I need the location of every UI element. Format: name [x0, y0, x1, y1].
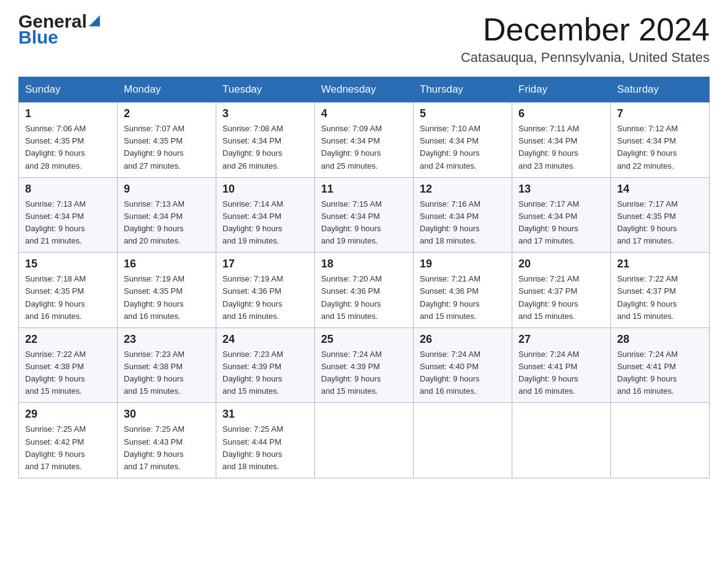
calendar-cell: 10Sunrise: 7:14 AMSunset: 4:34 PMDayligh…	[216, 177, 315, 253]
title-area: December 2024 Catasauqua, Pennsylvania, …	[461, 12, 710, 66]
calendar-cell: 11Sunrise: 7:15 AMSunset: 4:34 PMDayligh…	[315, 177, 414, 253]
day-number: 25	[321, 333, 407, 346]
calendar-header-row: SundayMondayTuesdayWednesdayThursdayFrid…	[19, 77, 710, 102]
day-detail: Sunrise: 7:09 AMSunset: 4:34 PMDaylight:…	[321, 123, 407, 172]
day-detail: Sunrise: 7:12 AMSunset: 4:34 PMDaylight:…	[617, 123, 703, 172]
calendar-cell: 30Sunrise: 7:25 AMSunset: 4:43 PMDayligh…	[118, 403, 216, 478]
day-detail: Sunrise: 7:14 AMSunset: 4:34 PMDaylight:…	[222, 198, 308, 248]
day-number: 11	[321, 183, 407, 196]
calendar-cell: 27Sunrise: 7:24 AMSunset: 4:41 PMDayligh…	[512, 327, 611, 403]
day-detail: Sunrise: 7:08 AMSunset: 4:34 PMDaylight:…	[222, 123, 308, 172]
calendar-cell: 7Sunrise: 7:12 AMSunset: 4:34 PMDaylight…	[611, 102, 710, 178]
day-detail: Sunrise: 7:19 AMSunset: 4:35 PMDaylight:…	[124, 273, 210, 323]
day-detail: Sunrise: 7:07 AMSunset: 4:35 PMDaylight:…	[124, 123, 210, 172]
calendar-cell	[611, 403, 710, 478]
day-number: 13	[518, 183, 604, 196]
day-detail: Sunrise: 7:16 AMSunset: 4:34 PMDaylight:…	[420, 198, 506, 248]
calendar-week-2: 8Sunrise: 7:13 AMSunset: 4:34 PMDaylight…	[19, 177, 710, 253]
calendar-cell: 26Sunrise: 7:24 AMSunset: 4:40 PMDayligh…	[414, 327, 512, 403]
logo: General Blue	[18, 12, 100, 47]
day-number: 15	[25, 258, 111, 270]
col-header-sunday: Sunday	[19, 77, 118, 102]
calendar-cell: 2Sunrise: 7:07 AMSunset: 4:35 PMDaylight…	[118, 102, 216, 178]
day-detail: Sunrise: 7:24 AMSunset: 4:40 PMDaylight:…	[420, 348, 506, 398]
calendar-cell: 25Sunrise: 7:24 AMSunset: 4:39 PMDayligh…	[315, 327, 414, 403]
day-detail: Sunrise: 7:25 AMSunset: 4:42 PMDaylight:…	[25, 423, 111, 473]
day-number: 18	[321, 258, 407, 270]
calendar-week-1: 1Sunrise: 7:06 AMSunset: 4:35 PMDaylight…	[19, 102, 710, 178]
day-number: 30	[124, 408, 210, 421]
calendar-cell: 28Sunrise: 7:24 AMSunset: 4:41 PMDayligh…	[611, 327, 710, 403]
calendar-cell: 31Sunrise: 7:25 AMSunset: 4:44 PMDayligh…	[216, 403, 315, 478]
calendar-cell: 17Sunrise: 7:19 AMSunset: 4:36 PMDayligh…	[216, 253, 315, 328]
day-number: 24	[222, 333, 308, 346]
calendar-cell: 4Sunrise: 7:09 AMSunset: 4:34 PMDaylight…	[315, 102, 414, 178]
calendar-cell: 13Sunrise: 7:17 AMSunset: 4:34 PMDayligh…	[512, 177, 611, 253]
day-number: 31	[222, 408, 308, 421]
day-detail: Sunrise: 7:23 AMSunset: 4:39 PMDaylight:…	[222, 348, 308, 398]
calendar-cell: 6Sunrise: 7:11 AMSunset: 4:34 PMDaylight…	[512, 102, 611, 178]
calendar-week-3: 15Sunrise: 7:18 AMSunset: 4:35 PMDayligh…	[19, 253, 710, 328]
calendar-cell: 23Sunrise: 7:23 AMSunset: 4:38 PMDayligh…	[118, 327, 216, 403]
day-number: 16	[124, 258, 210, 270]
calendar-cell	[512, 403, 611, 478]
day-number: 9	[124, 183, 210, 196]
logo-arrow-icon	[89, 15, 100, 26]
day-detail: Sunrise: 7:10 AMSunset: 4:34 PMDaylight:…	[420, 123, 506, 172]
calendar-cell: 22Sunrise: 7:22 AMSunset: 4:38 PMDayligh…	[19, 327, 118, 403]
day-number: 7	[617, 107, 703, 120]
col-header-tuesday: Tuesday	[216, 77, 315, 102]
day-number: 8	[25, 183, 111, 196]
calendar-cell: 24Sunrise: 7:23 AMSunset: 4:39 PMDayligh…	[216, 327, 315, 403]
day-detail: Sunrise: 7:11 AMSunset: 4:34 PMDaylight:…	[518, 123, 604, 172]
calendar-cell: 15Sunrise: 7:18 AMSunset: 4:35 PMDayligh…	[19, 253, 118, 328]
calendar-week-4: 22Sunrise: 7:22 AMSunset: 4:38 PMDayligh…	[19, 327, 710, 403]
day-detail: Sunrise: 7:17 AMSunset: 4:35 PMDaylight:…	[617, 198, 703, 248]
page-header: General Blue December 2024 Catasauqua, P…	[18, 12, 710, 66]
day-number: 1	[25, 107, 111, 120]
day-detail: Sunrise: 7:06 AMSunset: 4:35 PMDaylight:…	[25, 123, 111, 172]
day-detail: Sunrise: 7:21 AMSunset: 4:37 PMDaylight:…	[518, 273, 604, 323]
col-header-thursday: Thursday	[414, 77, 512, 102]
calendar-cell: 20Sunrise: 7:21 AMSunset: 4:37 PMDayligh…	[512, 253, 611, 328]
day-number: 14	[617, 183, 703, 196]
day-detail: Sunrise: 7:15 AMSunset: 4:34 PMDaylight:…	[321, 198, 407, 248]
day-number: 6	[518, 107, 604, 120]
day-detail: Sunrise: 7:18 AMSunset: 4:35 PMDaylight:…	[25, 273, 111, 323]
day-number: 29	[25, 408, 111, 421]
day-number: 4	[321, 107, 407, 120]
calendar-cell: 16Sunrise: 7:19 AMSunset: 4:35 PMDayligh…	[118, 253, 216, 328]
day-detail: Sunrise: 7:24 AMSunset: 4:41 PMDaylight:…	[518, 348, 604, 398]
location-title: Catasauqua, Pennsylvania, United States	[461, 50, 710, 66]
day-number: 20	[518, 258, 604, 270]
calendar-cell: 8Sunrise: 7:13 AMSunset: 4:34 PMDaylight…	[19, 177, 118, 253]
calendar-cell: 5Sunrise: 7:10 AMSunset: 4:34 PMDaylight…	[414, 102, 512, 178]
day-detail: Sunrise: 7:23 AMSunset: 4:38 PMDaylight:…	[124, 348, 210, 398]
day-detail: Sunrise: 7:20 AMSunset: 4:36 PMDaylight:…	[321, 273, 407, 323]
calendar-cell	[315, 403, 414, 478]
day-detail: Sunrise: 7:24 AMSunset: 4:41 PMDaylight:…	[617, 348, 703, 398]
day-number: 2	[124, 107, 210, 120]
calendar-week-5: 29Sunrise: 7:25 AMSunset: 4:42 PMDayligh…	[19, 403, 710, 478]
day-number: 10	[222, 183, 308, 196]
col-header-monday: Monday	[118, 77, 216, 102]
day-number: 12	[420, 183, 506, 196]
day-detail: Sunrise: 7:22 AMSunset: 4:38 PMDaylight:…	[25, 348, 111, 398]
col-header-saturday: Saturday	[611, 77, 710, 102]
day-number: 22	[25, 333, 111, 346]
calendar-cell: 18Sunrise: 7:20 AMSunset: 4:36 PMDayligh…	[315, 253, 414, 328]
day-detail: Sunrise: 7:25 AMSunset: 4:43 PMDaylight:…	[124, 423, 210, 473]
day-detail: Sunrise: 7:13 AMSunset: 4:34 PMDaylight:…	[124, 198, 210, 248]
day-detail: Sunrise: 7:13 AMSunset: 4:34 PMDaylight:…	[25, 198, 111, 248]
calendar-cell: 21Sunrise: 7:22 AMSunset: 4:37 PMDayligh…	[611, 253, 710, 328]
day-detail: Sunrise: 7:22 AMSunset: 4:37 PMDaylight:…	[617, 273, 703, 323]
calendar-table: SundayMondayTuesdayWednesdayThursdayFrid…	[18, 77, 710, 478]
calendar-cell: 14Sunrise: 7:17 AMSunset: 4:35 PMDayligh…	[611, 177, 710, 253]
calendar-cell: 1Sunrise: 7:06 AMSunset: 4:35 PMDaylight…	[19, 102, 118, 178]
calendar-cell: 9Sunrise: 7:13 AMSunset: 4:34 PMDaylight…	[118, 177, 216, 253]
calendar-cell	[414, 403, 512, 478]
calendar-cell: 29Sunrise: 7:25 AMSunset: 4:42 PMDayligh…	[19, 403, 118, 478]
col-header-wednesday: Wednesday	[315, 77, 414, 102]
day-number: 17	[222, 258, 308, 270]
day-number: 5	[420, 107, 506, 120]
